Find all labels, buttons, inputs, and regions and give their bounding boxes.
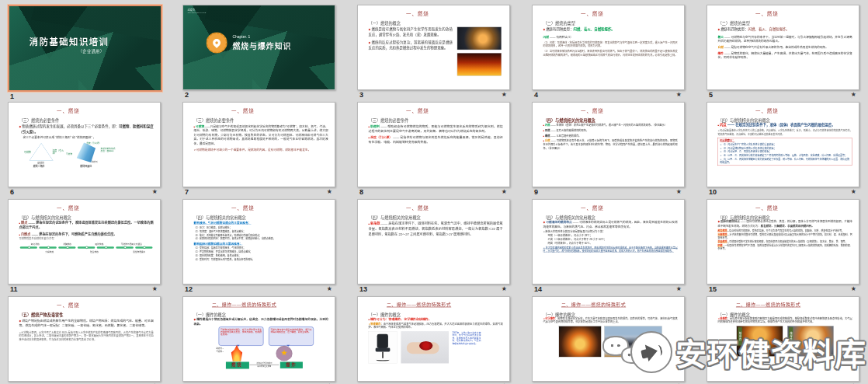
slide-thumbnail-14[interactable]: 一、燃烧 （四）与燃烧相关的常用概念 可燃液体的燃烧特点 —— 可燃液体的燃烧实… [532,199,685,295]
transition-star-icon[interactable]: ★ [851,285,856,292]
factor-item: （4）容器的材质和内径：器壁不同，自燃点不同；容器直径越小，自燃点越高。 [194,237,328,240]
transition-star-icon[interactable]: ★ [851,91,856,98]
slide-header: 一、燃烧 [755,9,779,16]
term-definition: 闪燃 —— 在液体（固体）表面上能产生足够的可燃蒸气，遇火能产生一闪即灭的火焰的… [543,124,678,127]
slide-header: 一、燃烧 [57,204,80,211]
slide-number: 14 [534,285,542,293]
transition-star-icon[interactable]: ★ [327,285,332,292]
fire-triangle-diagram: 可燃物 温度（引火源） 助燃剂 燃烧三角形 [26,142,55,163]
transition-star-icon[interactable]: ★ [676,91,682,98]
chapter-background: 过渡页TRANSITION PAGE Chapter. 1 燃烧与爆炸知识 [183,5,335,90]
section-heading: （三）燃烧的必要条件 [19,117,60,123]
slide-thumbnail-16[interactable]: 一、燃烧 （五）燃烧产物及毒害性 燃烧产物是指由燃烧或热解作用产生的全部物质。燃… [8,296,161,384]
term-line: 闪燃 —— 有两种含义： [543,35,678,40]
transition-star-icon[interactable]: ★ [152,188,158,195]
section-heading: （二）燃烧的类型 [543,20,575,26]
term-line: 闪点 —— 在规定的试验条件下，液体（固体）表面能产生闪燃的最低温度。 [718,123,852,128]
slide-header: 二、爆炸——燃烧的特殊形式 [736,301,800,308]
slide-thumbnail-15[interactable]: 一、燃烧 （四）与燃烧相关的常用概念 固体的燃烧特点 —— 固体可燃物必须经过受… [707,199,859,295]
slide-number: 7 [185,188,189,196]
definition: ➢物理爆炸：由于液体变成蒸气或者气体迅速膨胀，压力急速增加，并大大超过容器的极限… [369,323,503,330]
paragraph: ➢闪点是衡量液体火灾危险性大小的重要参数。闪点越低，火灾危险性越大；反之，则越小… [718,129,852,135]
slide-header: 一、燃烧 [406,204,429,211]
slide-thumbnail-6[interactable]: 一、燃烧 （三）燃烧的必要条件 物质燃烧过程的发生和发展，必须具备以下三个必要条… [8,102,161,197]
term-line: 燃点 —— 是指在规定的试验条件下，液体或固体能发生持续燃烧的最低温度。一切液体… [19,221,154,231]
slide-header: 二、爆炸——燃烧的特殊形式 [212,301,276,308]
slide-thumbnail-10[interactable]: 一、燃烧 （四）与燃烧相关的常用概念 闪点 —— 在规定的试验条件下，液体（固体… [707,102,859,197]
slide-thumbnail-1[interactable]: 消防基础知识培训 （企业通用） 1 [8,5,161,100]
combustion-box: 燃烧 [226,361,248,368]
transition-star-icon[interactable]: ★ [152,285,158,292]
transition-star-icon[interactable]: ★ [676,285,682,292]
box-item: ➢（2）闪点是储存物品仓库的火灾危险性分类的依据； [720,147,850,150]
transition-star-icon[interactable]: ★ [502,91,507,98]
slide-number: 5 [709,91,713,99]
slide-thumbnail-8[interactable]: 一、燃烧 （三）燃烧的必要条件 助燃剂 —— 帮助和支持可燃物燃烧的物质，即能与… [357,102,510,197]
term-paragraph: 可燃液体的燃烧特点 —— 可燃液体的燃烧实际上是可燃蒸气的燃烧，因此，液体是否能… [543,220,678,229]
fire-flames-photo [457,53,502,76]
transition-star-icon[interactable]: ★ [851,188,856,195]
explosion-photo [559,326,602,357]
slide-header: 二、爆炸——燃烧的特殊形式 [387,301,451,308]
transition-star-icon[interactable]: ★ [502,285,507,292]
box-item: ➢（4）以甲、乙、丙类液体分类为依据确定了厂房和库房的耐火等级、层数、占地面积、… [720,154,850,157]
term-definition: 自燃 —— 是指可燃物在空气中没有外来火源的作用，靠自热或外热而发生燃烧的现象。 [718,45,852,50]
term-definition: 自燃 —— 可燃物质在没有外部火花、火焰等火源的作用下，因受热或自身发热并蓄热所… [543,139,678,150]
explosion-box: 爆炸 [280,361,303,368]
transition-star-icon[interactable]: ★ [676,188,682,195]
definition: ➢化学爆炸：因物质本身起化学反应，产生大量气体和高温高压而发生的爆炸。如炸药的爆… [543,317,678,324]
slide-thumbnail-3[interactable]: 一、燃烧 （一）燃烧的概念 燃烧是指可燃物与氧化剂产生化学作用而发生的放热反应，… [357,5,510,100]
slide-thumbnail-18[interactable]: 二、爆炸——燃烧的特殊形式 （一）爆炸的概念 爆炸可分为：物理爆炸、化学爆炸和核… [357,296,510,384]
bullet-text: 爆炸是指由于物质急剧氧化或分解反应，使温度、压力急剧增加或使两者同时急剧增加的现… [194,317,328,326]
factor-group-title: 影响液体、气体可燃物自燃点的主要因素有： [194,221,328,225]
definition: ➢核爆炸：是指原子核分裂或聚变瞬间释放巨大能量而形成的核爆炸。核裂变或聚变过程中… [718,317,852,324]
slide-thumbnail-9[interactable]: 一、燃烧 （四）与燃烧相关的常用概念 闪燃 —— 在液体（固体）表面上能产生足够… [532,102,685,197]
list-intro: ➢液体火灾危险性分类及分级是根据其闪点划分为 3 类： [543,230,678,234]
slide-header: 一、燃烧 [755,204,779,211]
term-definition: 阴燃 —— 没有火焰的缓慢燃烧的现象。 [543,128,678,132]
megaphone-icon [630,331,672,373]
chapter-label: Chapter. 1 [233,34,292,39]
section-heading: （四）与燃烧相关的常用概念 [19,215,71,220]
term-line: 自燃点 —— 是指在规定的条件下，可燃物质产生自燃的最低温度。 [19,232,154,236]
burn-mode-def: 分解燃烧—分子结构复杂的固体可燃物，受热后分解出其组成成分及含碳氢氧元素的低分子… [718,233,852,239]
office-chair-photo [369,331,398,364]
slide-header: 一、燃烧 [57,106,80,113]
transition-star-icon[interactable]: ★ [327,188,332,195]
term-paragraph: 氧指数 —— 是指在规定条件下，固体材料在氮、氧混合气流中，维持平稳燃烧所需的最… [369,222,503,237]
slide-thumbnail-11[interactable]: 一、燃烧 （四）与燃烧相关的常用概念 燃点 —— 是指在规定的试验条件下，液体或… [8,199,161,295]
term-paragraph: 固体的燃烧特点 —— 固体可燃物必须经过受热、蒸发、热分解，固体上方可燃气体浓度… [718,220,852,229]
section-heading: （四）与燃烧相关的常用概念 [543,117,595,123]
section-heading: （五）燃烧产物及毒害性 [19,312,64,317]
section-heading: （四）与燃烧相关的常用概念 [369,215,421,220]
term-definition: 助燃剂 —— 帮助和支持可燃物燃烧的物质，即能与可燃物发生氧化反应的物质称为氧化… [369,124,503,134]
fire-tetrahedron-diagram: 温度（引火源） 可燃物 助燃剂 未受抑制的链式反应（自由基） 燃烧四面体 [69,142,106,163]
cover-background: 消防基础知识培训 （企业通用） [9,6,162,92]
transition-star-icon[interactable]: ★ [502,188,507,195]
slide-number: 13 [359,285,367,293]
slide-thumbnail-13[interactable]: 一、燃烧 （四）与燃烧相关的常用概念 氧指数 —— 是指在规定条件下，固体材料在… [357,199,510,295]
note-text: ➢可燃物是燃烧不可缺少的一个首要条件，是燃烧的内因，没有可燃物，燃烧根本不能发生… [194,147,328,152]
bullet-text: 燃烧有四种类型：闪燃、着火、自燃和爆炸。 [543,27,678,33]
box-item: ➢（1）闪点是生产厂房的火灾危险性分类的重要依据； [720,143,850,146]
factor-item: （1）压力：压力越高，自燃点越低； [194,226,328,229]
slide-thumbnail-5[interactable]: 一、燃烧 （二）燃烧的类型 燃烧有四种类型：闪燃、着火、自燃和爆炸。 着火 ——… [707,5,859,100]
slide-thumbnail-12[interactable]: 一、燃烧 （四）与燃烧相关的常用概念 影响液体、气体可燃物自燃点的主要因素有： … [182,199,335,295]
slide-number: 1 [10,93,14,100]
slide-thumbnail-17[interactable]: 二、爆炸——燃烧的特殊形式 （一）爆炸的概念 爆炸是指由于物质急剧氧化或分解反应… [182,296,335,384]
section-heading: （三）燃烧的必要条件 [369,117,409,123]
slide-header: 一、燃烧 [57,301,80,308]
term-definition: 爆燃 —— 以亚音速传播的爆炸。 [543,134,678,138]
slide-thumbnail-4[interactable]: 一、燃烧 （二）燃烧的类型 燃烧有四种类型：闪燃、着火、自燃和爆炸。 闪燃 ——… [532,5,685,100]
factor-item: （1）受热熔融：熔融后可视同液体、气体的情况； [194,246,328,250]
slide-number: 10 [709,188,717,196]
slide-thumbnail-2[interactable]: 过渡页TRANSITION PAGE Chapter. 1 燃烧与爆炸知识 2 [182,5,335,100]
combustion-explosion-diagram: 可燃物与助燃剂混合，在引火源作用下发生持续的剧烈氧化反应，放出光和热，形成稳定燃… [194,326,328,368]
burn-mode-def: 表面燃烧—可燃固体受热不发生热分解和相变，在固体表面与氧直接发生的无火焰燃烧（异… [718,240,852,243]
slide-thumbnail-7[interactable]: 一、燃烧 （三）燃烧的必要条件 可燃物——凡是能与空气中的氧或其他氧化剂起化学反… [182,102,335,197]
incident-caption: 2007年，某地一职工坐办公转椅时，椅下气压杆突然发生爆炸，金属部件击入体内致其… [452,331,481,364]
slide-number: 3 [359,91,363,99]
slide-header: 一、燃烧 [231,204,255,211]
slide-header: 一、燃烧 [581,204,604,211]
factor-item: （3）催化：活性催化剂能降低自燃点，钝性催化剂能提高自燃点； [194,233,328,236]
